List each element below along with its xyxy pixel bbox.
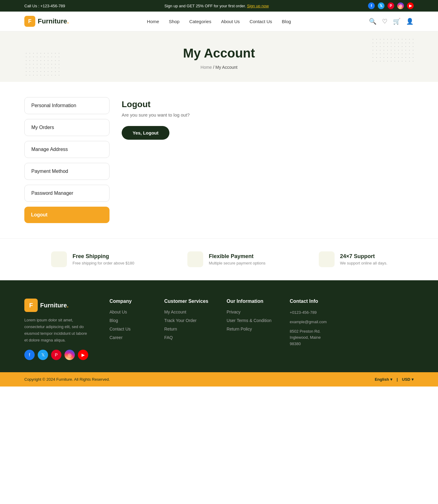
footer-link-blog[interactable]: Blog	[109, 318, 146, 323]
wishlist-icon[interactable]: ♡	[382, 18, 388, 25]
language-selector[interactable]: English ▾	[375, 377, 392, 382]
svg-rect-4	[319, 251, 335, 267]
sidebar-item-password-manager[interactable]: Password Manager	[24, 185, 109, 202]
footer-link-about[interactable]: About Us	[109, 310, 146, 314]
logo[interactable]: F Furniture.	[24, 16, 69, 27]
footer-col-our-information: Our Information Privacy User Terms & Con…	[227, 299, 272, 360]
support-title: 24×7 Support	[340, 253, 388, 260]
top-bar: Call Us : +123-456-789 Sign up and GET 2…	[0, 0, 438, 12]
signup-link[interactable]: Sign up now	[247, 4, 269, 8]
footer-bottom-right: English ▾ | USD ▾	[375, 377, 414, 382]
nav-home[interactable]: Home	[147, 19, 159, 24]
footer-facebook-icon[interactable]: f	[24, 350, 35, 360]
phone-label: Call Us :	[24, 4, 39, 8]
cart-icon[interactable]: 🛒	[393, 18, 401, 25]
free-shipping-title: Free Shipping	[72, 253, 134, 260]
footer-customer-services-heading: Customer Services	[164, 299, 208, 304]
confirm-logout-button[interactable]: Yes, Logout	[122, 126, 169, 140]
instagram-icon-top[interactable]: ◎	[397, 2, 404, 9]
nav-shop[interactable]: Shop	[169, 19, 179, 24]
youtube-icon-top[interactable]: ▶	[407, 2, 414, 9]
user-icon[interactable]: 👤	[406, 18, 414, 25]
nav-about[interactable]: About Us	[221, 19, 240, 24]
footer-logo-icon: F	[24, 299, 38, 312]
svg-rect-0	[51, 251, 67, 267]
footer-twitter-icon[interactable]: 𝕏	[38, 350, 48, 360]
sidebar: Personal Information My Orders Manage Ad…	[24, 97, 109, 223]
feature-free-shipping: 📦 Free Shipping Free shipping for order …	[50, 251, 134, 268]
footer-email: example@gmail.com	[290, 319, 327, 325]
footer-col-contact-info: Contact Info +0123-456-789 example@gmail…	[290, 299, 327, 360]
nav-contact[interactable]: Contact Us	[249, 19, 272, 24]
sidebar-item-personal-information[interactable]: Personal Information	[24, 97, 109, 114]
sidebar-item-my-orders[interactable]: My Orders	[24, 119, 109, 136]
footer-link-user-terms[interactable]: User Terms & Condition	[227, 318, 272, 323]
footer-link-contact[interactable]: Contact Us	[109, 327, 146, 331]
footer-contact-info-heading: Contact Info	[290, 299, 327, 304]
free-shipping-desc: Free shipping for order above $180	[72, 261, 134, 265]
dots-left-decor	[24, 51, 61, 76]
free-shipping-icon: 📦	[50, 251, 68, 268]
footer-link-faq[interactable]: FAQ	[164, 335, 208, 340]
footer-company-heading: Company	[109, 299, 146, 304]
footer-phone: +0123-456-789	[290, 310, 327, 316]
nav-categories[interactable]: Categories	[189, 19, 211, 24]
footer-logo-text: Furniture.	[40, 302, 68, 309]
footer-link-my-account[interactable]: My Account	[164, 310, 208, 314]
phone-number: +123-456-789	[40, 4, 65, 8]
footer-address: 8502 Preston Rd.Inglewood, Maine98380	[290, 328, 327, 347]
main-nav: Home Shop Categories About Us Contact Us…	[147, 19, 291, 24]
footer-bottom: Copyright © 2024 Furniture. All Rights R…	[0, 372, 438, 387]
footer-top: F Furniture. Lorem ipsum dolor sit amet,…	[24, 299, 414, 360]
divider: |	[397, 377, 398, 382]
footer-brand-desc: Lorem ipsum dolor sit amet, consectetur …	[24, 317, 91, 344]
logo-icon: F	[24, 16, 35, 27]
footer-link-career[interactable]: Career	[109, 335, 146, 340]
sidebar-item-manage-address[interactable]: Manage Address	[24, 141, 109, 158]
footer-link-return-policy[interactable]: Return Policy	[227, 327, 272, 331]
twitter-icon-top[interactable]: 𝕏	[378, 2, 384, 9]
header-icons: 🔍 ♡ 🛒 👤	[369, 18, 414, 25]
footer-link-track-order[interactable]: Track Your Order	[164, 318, 208, 323]
page-title: My Account	[24, 46, 414, 61]
sidebar-item-payment-method[interactable]: Payment Method	[24, 163, 109, 180]
currency-selector[interactable]: USD ▾	[402, 377, 414, 382]
support-icon: 🎧	[318, 251, 335, 268]
footer-link-privacy[interactable]: Privacy	[227, 310, 272, 314]
flexible-payment-icon: 💳	[187, 251, 204, 268]
support-text: 24×7 Support We support online all days.	[340, 253, 388, 265]
dots-right-decor	[371, 37, 414, 62]
features-section: 📦 Free Shipping Free shipping for order …	[0, 238, 438, 280]
footer-socials: f 𝕏 P ◎ ▶	[24, 350, 91, 360]
logout-panel: Logout Are you sure you want to log out?…	[122, 97, 414, 142]
breadcrumb-home[interactable]: Home	[200, 65, 212, 70]
footer-instagram-icon[interactable]: ◎	[64, 350, 75, 360]
search-icon[interactable]: 🔍	[369, 18, 377, 25]
support-desc: We support online all days.	[340, 261, 388, 265]
feature-flexible-payment: 💳 Flexible Payment Multiple secure payme…	[187, 251, 265, 268]
breadcrumb: Home / My Account	[24, 65, 414, 70]
breadcrumb-sep: /	[213, 65, 214, 70]
promo-banner: Sign up and GET 25% OFF for your first o…	[165, 4, 269, 8]
nav-blog[interactable]: Blog	[282, 19, 291, 24]
logout-message: Are you sure you want to log out?	[122, 112, 414, 117]
social-icons-top: f 𝕏 P ◎ ▶	[368, 2, 414, 9]
footer: F Furniture. Lorem ipsum dolor sit amet,…	[0, 280, 438, 387]
footer-youtube-icon[interactable]: ▶	[78, 350, 88, 360]
sidebar-logout-button[interactable]: Logout	[24, 207, 109, 223]
flexible-payment-text: Flexible Payment Multiple secure payment…	[209, 253, 265, 265]
footer-pinterest-icon[interactable]: P	[51, 350, 61, 360]
footer-col-company: Company About Us Blog Contact Us Career	[109, 299, 146, 360]
flexible-payment-title: Flexible Payment	[209, 253, 265, 260]
footer-col-customer-services: Customer Services My Account Track Your …	[164, 299, 208, 360]
facebook-icon-top[interactable]: f	[368, 2, 375, 9]
footer-our-information-heading: Our Information	[227, 299, 272, 304]
language-chevron-icon: ▾	[390, 377, 392, 382]
pinterest-icon-top[interactable]: P	[388, 2, 394, 9]
footer-link-return[interactable]: Return	[164, 327, 208, 331]
currency-label: USD	[402, 377, 410, 382]
feature-support: 🎧 24×7 Support We support online all day…	[318, 251, 388, 268]
main-content: Personal Information My Orders Manage Ad…	[0, 82, 438, 238]
logout-title: Logout	[122, 100, 414, 109]
promo-text: Sign up and GET 25% OFF for your first o…	[165, 4, 246, 8]
